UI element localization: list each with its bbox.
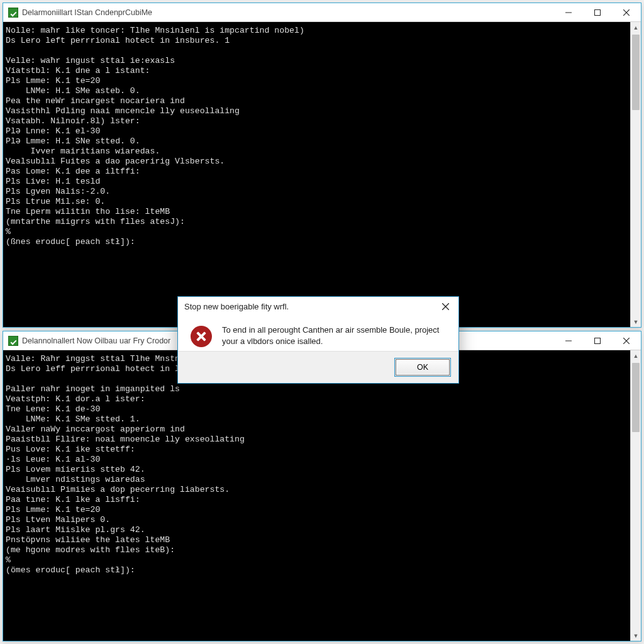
svg-rect-1 <box>595 338 601 343</box>
maximize-icon <box>594 338 601 344</box>
terminal-output-bottom[interactable]: Valle: Raħr inggst sttal Tlhe Mnstno Ds … <box>3 350 630 641</box>
close-button[interactable] <box>612 331 641 350</box>
scroll-down-icon[interactable]: ▼ <box>631 630 641 641</box>
terminal-body-bottom: Valle: Raħr inggst sttal Tlhe Mnstno Ds … <box>3 350 641 641</box>
maximize-button[interactable] <box>583 3 612 21</box>
minimize-icon <box>565 9 572 16</box>
scroll-thumb-top[interactable] <box>632 35 640 110</box>
terminal-output-top[interactable]: Nolle: maħr like toncer: Tlhe Mnsinlenl … <box>3 22 630 327</box>
app-icon <box>8 336 18 346</box>
close-icon <box>623 338 630 344</box>
close-icon <box>623 9 630 16</box>
titlebar-top[interactable]: Delarmoniillart IStan CndenprCubiMe <box>3 3 641 22</box>
maximize-icon <box>594 9 601 16</box>
dialog-close-button[interactable] <box>432 297 458 316</box>
minimize-button[interactable] <box>554 3 583 21</box>
window-title-top: Delarmoniillart IStan CndenprCubiMe <box>22 8 554 17</box>
dialog-body: To end in all perought Canthen ar air ss… <box>178 316 458 351</box>
window-controls-top <box>554 3 641 21</box>
error-icon <box>191 326 212 347</box>
terminal-body-top: Nolle: maħr like toncer: Tlhe Mnsinlenl … <box>3 22 641 327</box>
scroll-thumb-bottom[interactable] <box>632 363 640 432</box>
dialog-button-row: OK <box>178 351 458 383</box>
scroll-up-icon[interactable]: ▲ <box>631 350 641 361</box>
ok-button[interactable]: OK <box>396 359 450 375</box>
scroll-down-icon[interactable]: ▼ <box>631 316 641 327</box>
minimize-icon <box>565 338 572 344</box>
terminal-window-top: Delarmoniillart IStan CndenprCubiMe Noll… <box>3 3 641 328</box>
maximize-button[interactable] <box>583 331 612 350</box>
dialog-message: To end in all perought Canthen ar air ss… <box>222 325 446 347</box>
close-button[interactable] <box>612 3 641 21</box>
svg-rect-0 <box>595 9 601 15</box>
scrollbar-top[interactable]: ▲ ▼ <box>630 22 641 327</box>
dialog-titlebar[interactable]: Stop new boerigable fity wrfl. <box>178 297 458 316</box>
error-dialog: Stop new boerigable fity wrfl. To end in… <box>177 296 459 384</box>
minimize-button[interactable] <box>554 331 583 350</box>
app-icon <box>8 8 18 18</box>
scroll-up-icon[interactable]: ▲ <box>631 22 641 33</box>
window-controls-bottom <box>554 331 641 350</box>
scrollbar-bottom[interactable]: ▲ ▼ <box>630 350 641 641</box>
close-icon <box>442 303 449 310</box>
dialog-title: Stop new boerigable fity wrfl. <box>184 302 289 311</box>
